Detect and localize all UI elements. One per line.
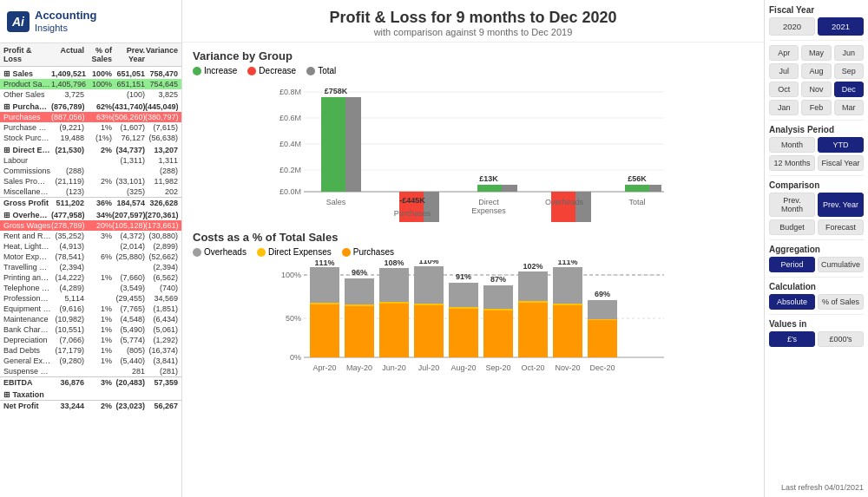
month-oct[interactable]: Oct [769,82,799,97]
pl-pct: 100% [84,80,112,88]
svg-text:Sep-20: Sep-20 [485,363,510,372]
bar-dec-purchases [588,320,617,357]
pl-var: 3,825 [145,90,178,99]
pl-prev: (325) [112,187,145,196]
costs-title: Costs as a % of Total Sales [193,231,753,244]
bar-nov-overflow [553,267,582,275]
pl-actual: (123) [51,187,84,196]
bar-apr-direct [310,303,339,304]
spacer [769,351,864,479]
legend-overheads: Overheads [193,247,247,257]
comparison-forecast[interactable]: Forecast [818,219,864,235]
pl-pct: 1% [84,356,112,365]
pl-prev: (5,774) [112,336,145,344]
fiscal-year-2021[interactable]: 2021 [818,17,864,36]
pl-label: Professional Fees [3,294,51,303]
month-dec[interactable]: Dec [834,82,864,97]
divider-6 [769,314,864,315]
period-month[interactable]: Month [769,137,815,153]
pl-var: (5,061) [145,325,178,334]
pl-pct: (1%) [84,134,112,142]
bar-nov-purchases [553,305,582,357]
pl-label: Other Sales [3,90,51,99]
pl-label: Maintenance [3,315,51,324]
calculation-section: Calculation Absolute % of Sales [769,282,864,310]
fiscal-year-2020[interactable]: 2020 [769,17,815,36]
month-grid-section: Apr May Jun Jul Aug Sep Oct Nov Dec Jan … [769,45,864,115]
month-apr[interactable]: Apr [769,45,799,61]
pl-label: Net Profit [3,402,51,410]
pl-label: Depreciation [3,336,51,344]
comparison-budget[interactable]: Budget [769,219,815,235]
pl-row: Product Sales1,405,796100%651,151754,645 [0,79,181,89]
svg-text:110%: 110% [418,260,438,265]
pl-var: (56,638) [145,134,178,142]
month-sep[interactable]: Sep [834,63,864,79]
right-panel: Fiscal Year 2020 2021 Apr May Jun Jul Au… [764,0,868,497]
pl-label: Heat, Light and Power [3,242,51,251]
month-jun[interactable]: Jun [834,45,864,61]
pl-pct: 2% [84,402,112,410]
pl-row: Purchase Costs(9,221)1%(1,607)(7,615) [0,122,181,133]
costs-legend: Overheads Direct Expenses Purchases [193,247,753,257]
divider-3 [769,175,864,176]
variance-title: Variance by Group [193,49,753,62]
month-mar[interactable]: Mar [834,100,864,115]
calculation-absolute[interactable]: Absolute [769,294,815,310]
pl-pct: 36% [84,199,112,207]
month-jul[interactable]: Jul [769,63,799,79]
pl-prev: (207,597) [112,211,145,219]
period-12months[interactable]: 12 Months [769,155,815,171]
pl-pct: 1% [84,123,112,132]
pl-label: Motor Expenses [3,252,51,261]
pl-actual: (17,179) [51,346,84,355]
svg-text:Nov-20: Nov-20 [555,363,580,372]
calculation-pct-sales[interactable]: % of Sales [818,294,864,310]
month-may[interactable]: May [801,45,831,61]
pl-pct: 1% [84,273,112,282]
bar-may-purchases [345,306,374,357]
pl-label: Gross Profit [3,199,51,207]
bar-jul-overflow [414,266,444,275]
svg-text:87%: 87% [490,275,506,284]
legend-increase: Increase [193,66,237,75]
pl-var: (173,661) [145,221,178,230]
period-fiscal[interactable]: Fiscal Year [818,155,864,171]
comparison-prev-month[interactable]: Prev. Month [769,193,815,217]
period-ytd[interactable]: YTD [818,137,864,153]
pl-prev: (100) [112,90,145,99]
pl-row: Professional Fees5,114(29,455)34,569 [0,293,181,304]
pl-row: Gross Wages(278,789)20%(105,128)(173,661… [0,220,181,231]
costs-section: Costs as a % of Total Sales Overheads Di… [193,231,753,388]
svg-text:Apr-20: Apr-20 [312,363,336,372]
aggregation-cumulative[interactable]: Cumulative [818,257,864,272]
bar-aug-overheads [449,283,478,307]
divider-4 [769,239,864,240]
logo-title-line1: Accounting [35,9,97,23]
pl-row: Rent and Rates(35,252)3%(4,372)(30,880) [0,231,181,241]
aggregation-section: Aggregation Period Cumulative [769,245,864,272]
svg-text:Total: Total [628,198,645,206]
pl-var: (7,615) [145,123,178,132]
pl-var: (380,797) [145,113,178,121]
pl-label: Printing and Stationery [3,273,51,282]
values-pounds[interactable]: £'s [769,331,815,347]
pl-prev: (1,311) [112,156,145,165]
aggregation-period[interactable]: Period [769,257,815,272]
pl-var: (52,662) [145,252,178,261]
pl-actual: 19,488 [51,134,84,142]
pl-var: (30,880) [145,232,178,240]
comparison-prev-year[interactable]: Prev. Year [818,193,864,217]
bar-total-increase [625,185,649,192]
svg-text:Sales: Sales [326,198,346,206]
svg-text:Dec-20: Dec-20 [589,363,615,372]
month-feb[interactable]: Feb [801,100,831,115]
bar-sep-direct [483,309,513,311]
svg-text:50%: 50% [286,314,301,323]
values-thousands[interactable]: £000's [818,331,864,347]
month-nov[interactable]: Nov [801,82,831,97]
month-jan[interactable]: Jan [769,100,799,115]
sub-title: with comparison against 9 months to Dec … [195,27,751,37]
month-aug[interactable]: Aug [801,63,831,79]
pl-actual: (278,789) [51,221,84,230]
